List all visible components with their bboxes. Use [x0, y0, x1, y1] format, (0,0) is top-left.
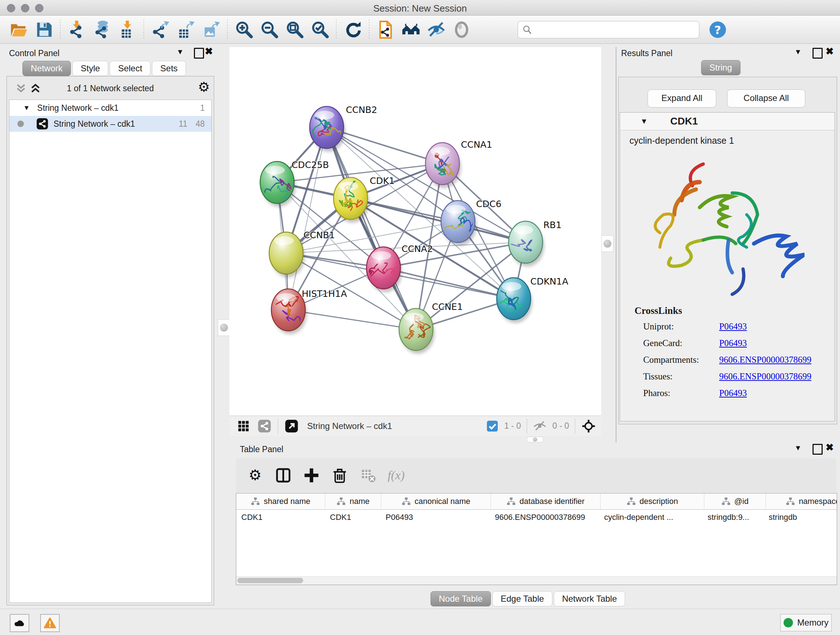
birds-eye-toggle-icon[interactable]: [581, 418, 597, 434]
tab-style[interactable]: Style: [73, 61, 108, 76]
network-node-CCNA2[interactable]: CCNA2: [359, 244, 433, 292]
table-panel-float-icon[interactable]: [813, 444, 823, 455]
network-node-CDKN1A[interactable]: CDKN1A: [496, 276, 568, 323]
control-panel-close-icon[interactable]: ✖: [205, 46, 213, 57]
import-network-database-icon[interactable]: [92, 19, 112, 40]
crosslink-link[interactable]: 9606.ENSP00000378699: [719, 355, 812, 365]
network-node-CCNB2[interactable]: CCNB2: [309, 105, 377, 152]
table-delete-icon[interactable]: [358, 465, 378, 486]
tree-caret-icon[interactable]: ▼: [23, 104, 30, 112]
network-row[interactable]: String Network – cdk1 11 48: [9, 116, 211, 132]
warning-icon[interactable]: [40, 614, 60, 632]
import-network-file-icon[interactable]: [66, 19, 87, 40]
table-cell[interactable]: stringdb: [764, 513, 837, 522]
graphics-details-icon[interactable]: [426, 19, 447, 40]
column-header-database-identifier[interactable]: database identifier: [491, 494, 600, 509]
crosslink-link[interactable]: P06493: [719, 338, 747, 348]
table-cell[interactable]: 9606.ENSP00000378699: [490, 513, 599, 522]
results-panel-menu-icon[interactable]: ▼: [794, 48, 802, 56]
network-node-CCNA1[interactable]: CCNA1: [425, 139, 493, 188]
table-cell[interactable]: stringdb:9...: [703, 513, 764, 522]
refresh-view-icon[interactable]: [342, 19, 363, 40]
network-node-HIST1H1A[interactable]: HIST1H1A: [271, 288, 347, 334]
column-header-name[interactable]: name: [325, 494, 381, 509]
open-in-new-icon[interactable]: [284, 418, 300, 434]
network-node-RB1[interactable]: RB1: [507, 220, 561, 266]
crosslink-link[interactable]: P06493: [719, 321, 747, 332]
string-home-icon[interactable]: [401, 19, 422, 40]
zoom-out-icon[interactable]: [259, 19, 279, 40]
column-header-shared-name[interactable]: shared name: [236, 494, 325, 509]
results-panel-float-icon[interactable]: [813, 48, 823, 59]
tab-sets[interactable]: Sets: [152, 61, 186, 76]
control-panel-float-icon[interactable]: [194, 48, 204, 59]
hidden-eye-slash-icon[interactable]: [532, 418, 547, 434]
scrollbar-thumb[interactable]: [237, 578, 303, 583]
network-edge-CCNB2-HIST1H1A[interactable]: [288, 127, 327, 310]
table-cell[interactable]: cyclin-dependent ...: [599, 513, 703, 522]
table-cell[interactable]: CDK1: [236, 513, 325, 522]
tab-network[interactable]: Network: [22, 61, 71, 76]
tab-node-table[interactable]: Node Table: [431, 591, 491, 606]
table-panel-close-icon[interactable]: ✖: [826, 442, 834, 453]
network-node-CCNB1[interactable]: CCNB1: [269, 230, 335, 277]
tab-edge-table[interactable]: Edge Table: [493, 591, 553, 606]
results-panel-close-icon[interactable]: ✖: [826, 46, 834, 57]
expand-all-button[interactable]: Expand All: [647, 89, 716, 108]
table-panel-menu-icon[interactable]: ▼: [794, 444, 802, 452]
network-canvas[interactable]: CCNB2CCNA1CDC25BCDK1CDC6RB1CCNB1CCNA2CDK…: [229, 47, 601, 416]
crosslink-row: Uniprot:P06493: [643, 321, 835, 332]
table-cell[interactable]: CDK1: [325, 513, 381, 522]
zoom-in-icon[interactable]: [233, 19, 254, 40]
network-node-CDC25B[interactable]: CDC25B: [254, 160, 329, 212]
network-node-CDK1[interactable]: CDK1: [333, 176, 395, 223]
node-table: shared namenamecanonical namedatabase id…: [236, 493, 837, 585]
tab-select[interactable]: Select: [110, 61, 150, 76]
memory-button[interactable]: Memory: [780, 614, 832, 631]
trash-icon-icon[interactable]: [330, 465, 350, 486]
column-header-canonical-name[interactable]: canonical name: [381, 494, 491, 509]
column-header-description[interactable]: description: [600, 494, 704, 509]
tab-network-table[interactable]: Network Table: [554, 591, 625, 606]
grid-view-icon[interactable]: [235, 418, 251, 434]
zoom-selected-icon[interactable]: [309, 19, 330, 40]
crosslink-link[interactable]: 9606.ENSP00000378699: [719, 371, 812, 382]
cloud-icon[interactable]: [10, 614, 29, 632]
birds-eye-view-icon[interactable]: [451, 19, 472, 40]
crosslink-label: Pharos:: [643, 388, 719, 398]
zoom-fit-icon[interactable]: [284, 19, 305, 40]
network-edge-HIST1H1A-CCNE1[interactable]: [288, 310, 416, 329]
network-from-clipboard-icon[interactable]: [375, 19, 396, 40]
column-header-namespace[interactable]: namespace: [766, 494, 837, 509]
left-splitter-handle[interactable]: [218, 319, 230, 336]
table-row[interactable]: CDK1CDK1P064939606.ENSP00000378699cyclin…: [236, 510, 837, 525]
table-cell[interactable]: P06493: [381, 513, 490, 522]
control-panel-menu-icon[interactable]: ▼: [177, 48, 184, 56]
crosslink-link[interactable]: P06493: [719, 388, 747, 398]
import-table-file-icon[interactable]: [117, 19, 138, 40]
network-options-gear-icon[interactable]: ⚙: [198, 79, 210, 95]
selected-checkbox-icon[interactable]: [486, 418, 499, 434]
columns-icon-icon[interactable]: [273, 465, 294, 486]
column-header-@id[interactable]: @id: [704, 494, 766, 509]
export-image-icon[interactable]: [201, 19, 221, 40]
collapse-all-button[interactable]: Collapse All: [727, 89, 805, 108]
network-node-CCNE1[interactable]: CCNE1: [399, 302, 463, 354]
fx-icon[interactable]: f(x): [386, 465, 406, 486]
plus-icon-icon[interactable]: [302, 465, 322, 486]
export-table-icon[interactable]: [175, 19, 196, 40]
table-horizontal-scrollbar[interactable]: [236, 576, 837, 585]
open-session-icon[interactable]: [8, 19, 29, 40]
search-input[interactable]: [532, 22, 699, 37]
tab-string[interactable]: String: [701, 60, 741, 75]
result-caret-icon[interactable]: ▼: [640, 117, 648, 126]
bottom-splitter-handle[interactable]: [527, 437, 543, 442]
share-view-icon[interactable]: [256, 418, 272, 434]
table-gear-icon[interactable]: ⚙: [245, 465, 265, 486]
save-session-icon[interactable]: [33, 19, 54, 40]
export-network-icon[interactable]: [150, 19, 171, 40]
network-collection-row[interactable]: ▼ String Network – cdk1 1: [9, 100, 211, 116]
right-splitter-handle[interactable]: [601, 235, 614, 252]
help-button[interactable]: ?: [707, 19, 728, 40]
network-edge-CCNB2-CCNE1[interactable]: [327, 127, 416, 329]
